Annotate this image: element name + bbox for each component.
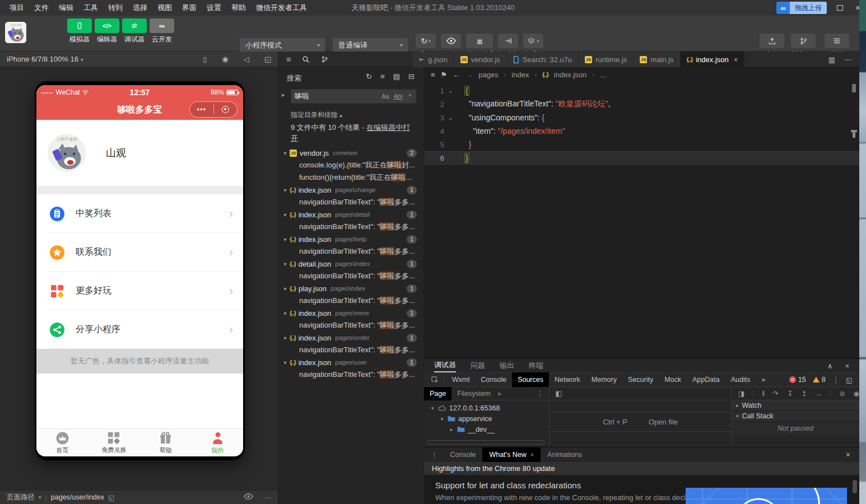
more-actions-icon[interactable]: ⋯ bbox=[844, 55, 851, 64]
devtools-tab-security[interactable]: Security bbox=[622, 372, 659, 387]
device-selector[interactable]: iPhone 6/7/8 100% 16▾ bbox=[7, 55, 83, 63]
breadcrumb-pages[interactable]: pages bbox=[478, 71, 498, 79]
step-out-icon[interactable]: ↥ bbox=[801, 390, 807, 398]
devtools-tab-mock[interactable]: Mock bbox=[659, 372, 687, 387]
drawer-menu-icon[interactable]: ⋮ bbox=[431, 451, 438, 459]
clear-results-icon[interactable]: ≡ bbox=[380, 72, 385, 81]
menu-item-share-miniprogram[interactable]: 分享小程序 › bbox=[36, 310, 243, 349]
result-match[interactable]: navigationBarTitleText": "哆啦多多... bbox=[278, 295, 423, 307]
menu-view[interactable]: 视图 bbox=[153, 0, 176, 16]
menu-project[interactable]: 项目 bbox=[6, 0, 28, 16]
more-options-icon[interactable]: ⋮ bbox=[537, 389, 544, 398]
devtools-menu-icon[interactable]: ⋮ bbox=[832, 376, 840, 384]
devtools-tab-appdata[interactable]: AppData bbox=[687, 372, 725, 387]
tab-help[interactable]: 帮助 bbox=[140, 429, 192, 456]
menu-help[interactable]: 帮助 bbox=[227, 0, 250, 16]
toggle-replace-icon[interactable]: ▸ bbox=[282, 91, 285, 99]
hide-debugger-icon[interactable]: ◨ bbox=[738, 390, 744, 398]
tab-vendor-js[interactable]: JSvendor.js bbox=[454, 52, 507, 67]
split-editor-icon[interactable]: ▥ bbox=[828, 55, 835, 64]
editor-scrollbar[interactable] bbox=[850, 67, 857, 358]
deactivate-breakpoints-icon[interactable]: ⊘ bbox=[839, 390, 845, 398]
drag-upload-button[interactable]: ∞ 拖拽上传 bbox=[776, 2, 827, 14]
panel-tab-output[interactable]: 输出 bbox=[500, 361, 514, 371]
menu-item-prize-list[interactable]: 中奖列表 › bbox=[36, 194, 243, 233]
result-match[interactable]: function(){return{title:"我正在哆啦... bbox=[278, 171, 423, 184]
menu-devtools[interactable]: 微信开发者工具 bbox=[252, 0, 311, 16]
cloud-dev-button[interactable]: ∞ 云开发 bbox=[148, 18, 175, 44]
breadcrumb-file[interactable]: index.json bbox=[554, 71, 587, 79]
result-match[interactable]: navigationBarTitleText": "哆啦多多... bbox=[278, 319, 423, 332]
close-panel-icon[interactable]: × bbox=[845, 362, 849, 370]
close-tab-icon[interactable]: × bbox=[734, 55, 738, 64]
call-stack-section[interactable]: ▾ Call Stack bbox=[732, 411, 859, 422]
menu-file[interactable]: 文件 bbox=[30, 0, 53, 16]
result-file[interactable]: ▾{..}index.jsonpages\detail1 bbox=[278, 208, 423, 221]
result-file[interactable]: ▾{..}detail.jsonpages\index1 bbox=[278, 258, 423, 270]
result-file[interactable]: ▾{..}index.jsonpages\order1 bbox=[278, 332, 423, 344]
mode-select[interactable]: 小程序模式 ▾ bbox=[240, 38, 325, 53]
back-icon[interactable]: ← bbox=[453, 71, 460, 79]
caret-down-icon[interactable]: ▾ bbox=[39, 494, 41, 500]
result-match[interactable]: console.log(e),{title:"我正在哆啦封... bbox=[278, 159, 423, 171]
collapse-all-icon[interactable]: ⊟ bbox=[408, 72, 415, 81]
drawer-tab-whats-new[interactable]: What's New× bbox=[482, 447, 541, 462]
tab-free-exchange[interactable]: 免费兑换 bbox=[88, 429, 139, 456]
devtools-tab-sources[interactable]: Sources bbox=[512, 372, 549, 387]
record-icon[interactable]: ◉ bbox=[222, 55, 228, 63]
outline-icon[interactable]: ≡ bbox=[431, 71, 435, 79]
simulator-toggle[interactable]: 模拟器 bbox=[66, 18, 93, 44]
sources-tab-page[interactable]: Page bbox=[424, 387, 451, 400]
tree-node-dev[interactable]: ▸ __dev__ bbox=[424, 424, 549, 435]
devtools-tab-network[interactable]: Network bbox=[549, 372, 586, 387]
panel-tab-terminal[interactable]: 终端 bbox=[529, 361, 543, 371]
collapse-panel-icon[interactable]: ∧ bbox=[827, 362, 833, 370]
more-button[interactable]: ••• bbox=[190, 107, 213, 113]
pause-icon[interactable]: ‖ bbox=[762, 390, 765, 398]
tab-index-json[interactable]: {..}index.json× bbox=[681, 52, 745, 67]
git-icon[interactable] bbox=[321, 55, 328, 63]
compile-mode-select[interactable]: 普通编译 ▾ bbox=[333, 38, 408, 53]
tab-runtime-js[interactable]: JSruntime.js bbox=[579, 52, 634, 67]
menu-interface[interactable]: 界面 bbox=[178, 0, 201, 16]
tree-horizontal-scrollbar[interactable] bbox=[427, 440, 545, 445]
new-search-editor-icon[interactable]: ▤ bbox=[393, 72, 400, 81]
forward-icon[interactable]: → bbox=[465, 71, 473, 79]
match-case-icon[interactable]: Aa bbox=[381, 93, 389, 100]
result-file[interactable]: ▾{..}index.jsonpages\more1 bbox=[278, 307, 423, 319]
more-options-icon[interactable]: ⋯ bbox=[264, 493, 272, 502]
result-match[interactable]: navigationBarTitleText": "哆啦多多... bbox=[278, 245, 423, 258]
drawer-scrollbar[interactable] bbox=[853, 480, 857, 493]
step-over-icon[interactable]: ↷ bbox=[773, 390, 779, 398]
search-icon[interactable] bbox=[302, 55, 310, 63]
drawer-tab-console[interactable]: Console bbox=[444, 447, 483, 462]
copy-path-icon[interactable]: ◱ bbox=[108, 493, 115, 502]
bookmark-icon[interactable]: ⚑ bbox=[441, 71, 448, 79]
result-match[interactable]: navigationBarTitleText": "哆啦多多... bbox=[278, 221, 423, 233]
step-into-icon[interactable]: ↧ bbox=[787, 390, 793, 398]
menu-item-contact-us[interactable]: 联系我们 › bbox=[36, 233, 243, 272]
error-count[interactable]: ×15 bbox=[789, 376, 806, 384]
menu-edit[interactable]: 编辑 bbox=[55, 0, 77, 16]
result-match[interactable]: navigationBarTitleText": "哆啦多多... bbox=[278, 368, 423, 381]
result-file[interactable]: ▾{..}index.jsonpages\change1 bbox=[278, 184, 423, 196]
devtools-tab-audits[interactable]: Audits bbox=[725, 372, 756, 387]
regex-icon[interactable]: .* bbox=[407, 93, 411, 100]
result-match[interactable]: navigationBarTitleText": "哆啦多多... bbox=[278, 270, 423, 282]
warning-count[interactable]: 8 bbox=[813, 376, 826, 384]
inspect-icon[interactable] bbox=[431, 376, 439, 384]
tab-home[interactable]: 首页 bbox=[36, 429, 88, 456]
menu-item-more-fun[interactable]: 更多好玩 › bbox=[36, 272, 243, 310]
result-file[interactable]: ▾{..}index.jsonpages\help1 bbox=[278, 233, 423, 245]
explorer-icon[interactable]: ≡ bbox=[286, 55, 291, 64]
menu-tools[interactable]: 工具 bbox=[80, 0, 102, 16]
drawer-tab-animations[interactable]: Animations bbox=[541, 447, 589, 462]
tree-node-host[interactable]: ▾ 127.0.0.1:65368 bbox=[424, 403, 549, 413]
tab-main-js[interactable]: JSmain.js bbox=[634, 52, 680, 67]
close-drawer-icon[interactable]: × bbox=[846, 450, 850, 459]
devtools-tab-console[interactable]: Console bbox=[475, 372, 512, 387]
devtools-tab-overflow-icon[interactable]: » bbox=[756, 372, 771, 387]
close-tab-icon[interactable]: × bbox=[530, 447, 534, 462]
pause-on-exceptions-icon[interactable]: ◉ bbox=[854, 390, 859, 398]
tree-node-appservice[interactable]: ▾ appservice bbox=[424, 413, 549, 424]
